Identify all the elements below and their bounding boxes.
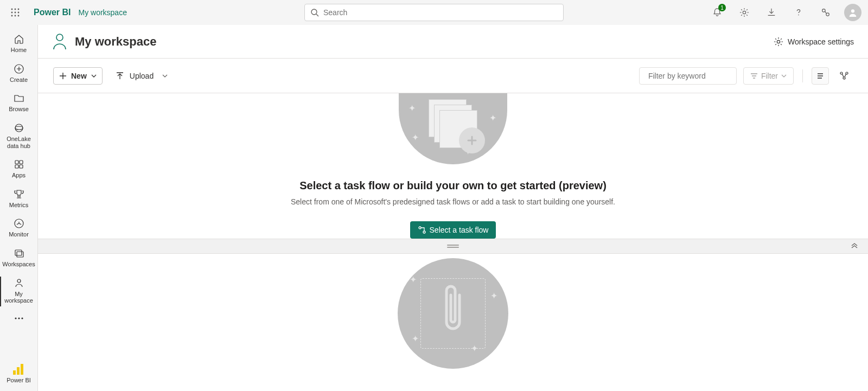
settings-button[interactable]	[736, 4, 753, 21]
sidebar-item-apps[interactable]: Apps	[0, 155, 37, 184]
svg-point-7	[15, 15, 16, 17]
sidebar-item-create[interactable]: Create	[0, 59, 37, 89]
upload-button-label: Upload	[130, 72, 154, 80]
workspaces-icon	[14, 248, 24, 259]
sidebar-item-workspaces[interactable]: Workspaces	[0, 243, 37, 273]
notifications-button[interactable]: 1	[709, 4, 726, 21]
account-avatar[interactable]	[844, 4, 861, 21]
svg-rect-25	[17, 252, 23, 257]
select-taskflow-button[interactable]: Select a task flow	[410, 221, 496, 239]
svg-point-26	[17, 279, 21, 283]
help-icon	[794, 8, 803, 17]
new-button-label: New	[71, 72, 87, 80]
svg-line-10	[316, 14, 318, 16]
main-content: My workspace Workspace settings New Uplo…	[38, 25, 868, 391]
toolbar-divider	[802, 69, 803, 82]
svg-point-38	[423, 231, 425, 233]
filter-keyword-input-wrap[interactable]	[639, 67, 737, 85]
svg-point-12	[798, 15, 799, 16]
paperclip-icon	[439, 282, 467, 336]
workspace-title: My workspace	[75, 35, 156, 49]
svg-point-37	[419, 227, 421, 229]
svg-point-8	[18, 15, 20, 17]
chevron-down-icon	[162, 73, 168, 79]
app-launcher-icon[interactable]	[7, 4, 24, 21]
brand-label[interactable]: Power BI	[34, 8, 71, 17]
filter-keyword-input[interactable]	[648, 72, 743, 80]
select-taskflow-label: Select a task flow	[430, 226, 489, 234]
gear-icon	[774, 37, 783, 47]
svg-point-2	[18, 9, 20, 10]
taskflow-subtitle: Select from one of Microsoft's predesign…	[291, 197, 615, 206]
taskflow-illustration: ✦ ✦ ✦ ✦	[399, 93, 507, 164]
svg-rect-22	[20, 165, 23, 168]
filter-button[interactable]: Filter	[743, 67, 794, 85]
person-icon	[848, 8, 858, 17]
sidebar-item-label: OneLake data hub	[1, 136, 36, 149]
sidebar-item-label: Apps	[12, 172, 25, 179]
search-input[interactable]	[323, 8, 558, 17]
home-icon	[14, 34, 24, 44]
svg-point-0	[11, 9, 13, 10]
search-box[interactable]	[304, 4, 564, 21]
svg-point-5	[18, 12, 20, 14]
sidebar-item-label: Home	[11, 47, 27, 54]
chevron-down-icon	[781, 73, 787, 79]
breadcrumb[interactable]: My workspace	[78, 8, 126, 17]
splitter-bar[interactable]	[38, 239, 868, 254]
filter-icon	[750, 72, 758, 80]
sidebar-more-button[interactable]	[15, 310, 23, 327]
workspace-avatar-icon	[52, 33, 67, 51]
workspace-settings-label: Workspace settings	[788, 37, 854, 46]
upload-button[interactable]: Upload	[116, 72, 168, 80]
sidebar-item-monitor[interactable]: Monitor	[0, 214, 37, 243]
sidebar-item-onelake[interactable]: OneLake data hub	[0, 118, 37, 155]
download-button[interactable]	[763, 4, 780, 21]
sidebar-item-browse[interactable]: Browse	[0, 88, 37, 118]
svg-point-34	[840, 72, 843, 74]
plus-icon	[59, 72, 67, 80]
collapse-taskflow-button[interactable]	[851, 241, 858, 249]
svg-rect-19	[15, 161, 18, 164]
taskflow-button-icon	[418, 226, 426, 234]
sidebar-item-label: My workspace	[1, 291, 36, 304]
svg-point-27	[15, 317, 16, 319]
sidebar-item-my-workspace[interactable]: My workspace	[0, 273, 37, 310]
notification-badge: 1	[718, 4, 726, 11]
svg-point-3	[11, 12, 13, 14]
items-illustration: ✦ ✦ ✦ ✦	[398, 258, 508, 369]
feedback-button[interactable]	[817, 4, 834, 21]
trophy-icon	[14, 189, 24, 200]
search-icon	[310, 8, 319, 17]
svg-point-35	[846, 72, 848, 74]
new-button[interactable]: New	[53, 67, 103, 85]
filter-button-label: Filter	[761, 72, 778, 80]
lineage-icon	[840, 72, 848, 80]
svg-point-6	[11, 15, 13, 17]
gear-icon	[739, 8, 749, 17]
help-button[interactable]	[790, 4, 807, 21]
svg-point-18	[15, 126, 23, 130]
svg-rect-20	[20, 161, 23, 164]
sidebar-powerbi-label: Power BI	[7, 377, 31, 383]
feedback-icon	[821, 8, 831, 17]
workspace-settings-button[interactable]: Workspace settings	[774, 37, 854, 47]
lineage-view-button[interactable]	[835, 67, 853, 85]
chevron-down-icon	[91, 73, 97, 79]
top-bar: Power BI My workspace 1	[0, 0, 868, 25]
sidebar-powerbi-button[interactable]: Power BI	[7, 364, 31, 391]
sidebar-item-metrics[interactable]: Metrics	[0, 184, 37, 214]
ellipsis-icon	[15, 317, 23, 319]
sidebar-item-label: Workspaces	[2, 261, 35, 268]
sidebar-item-label: Create	[10, 76, 28, 84]
list-view-toggle[interactable]	[812, 67, 829, 85]
grip-icon	[447, 245, 459, 248]
svg-point-9	[311, 9, 317, 15]
upload-icon	[116, 72, 124, 80]
topbar-actions: 1	[709, 4, 861, 21]
global-search	[304, 4, 564, 21]
sidebar-item-home[interactable]: Home	[0, 29, 37, 59]
list-icon	[816, 72, 824, 80]
plus-icon	[466, 134, 478, 146]
svg-point-15	[851, 9, 854, 12]
